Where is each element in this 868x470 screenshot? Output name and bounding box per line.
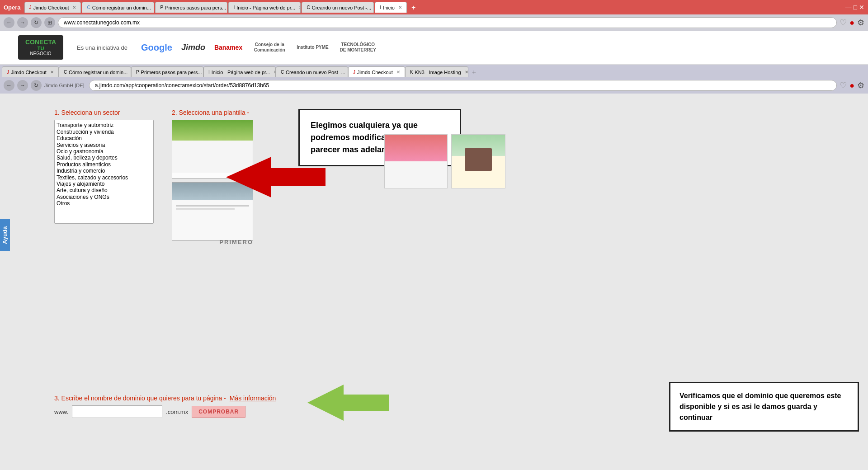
sector-item[interactable]: Educación [57, 135, 151, 141]
tab-bar-1: J Jimdo Checkout ✕ C Cómo registrar un d… [24, 2, 844, 13]
sector-item[interactable]: Textiles, calzado y accesorios [57, 174, 151, 181]
sector-item[interactable]: Industria y comercio [57, 168, 151, 174]
svg-marker-0 [226, 157, 326, 197]
tab-label: Creando un nuevo Post -... [312, 5, 371, 10]
refresh-button[interactable]: ↻ [31, 17, 42, 28]
comprobar-button[interactable]: COMPROBAR [192, 406, 245, 418]
new-tab-button[interactable]: + [408, 3, 419, 13]
institutopyme-logo: Instituto PYME [297, 45, 329, 50]
tab-favicon: J [353, 70, 355, 75]
annotation-box-2: Verificamos que el dominio que queremos … [669, 382, 859, 432]
tab-inicio-pagina[interactable]: I Inicio - Página web de pr... ✕ [228, 2, 301, 13]
svg-marker-1 [307, 385, 389, 421]
domain-suffix-label: .com.mx [166, 409, 188, 415]
settings-icon[interactable]: ⚙ [857, 18, 864, 28]
address-bar-2: ← → ↻ Jimdo GmbH [DE] ♡ ● ⚙ [0, 77, 868, 94]
sector-item[interactable]: Otros [57, 200, 151, 207]
tab-creando-post[interactable]: C Creando un nuevo Post -... ✕ [302, 2, 374, 13]
tab-label: Primeros pasos para pers... [165, 5, 226, 10]
jimdo-logo: Jimdo [181, 43, 205, 52]
sector-item[interactable]: Arte, cultura y diseño [57, 187, 151, 193]
tab-jimdo-checkout-1[interactable]: J Jimdo Checkout ✕ [24, 2, 81, 13]
tab-close[interactable]: ✕ [398, 5, 402, 10]
browser2: J Jimdo Checkout ✕ C Cómo registrar un d… [0, 65, 868, 436]
ayuda-label: Ayuda [2, 226, 9, 244]
tab-close[interactable]: ✕ [72, 5, 76, 10]
bookmark-icon-2[interactable]: ♡ [840, 80, 847, 90]
bookmark-icon[interactable]: ♡ [840, 18, 847, 28]
tab-close[interactable]: ✕ [299, 5, 301, 10]
tab-label: Cómo registrar un domin... [92, 5, 151, 10]
tab-inicio-active[interactable]: I Inicio ✕ [375, 2, 406, 13]
green-arrow [307, 385, 389, 423]
tab-label: Inicio [383, 5, 395, 10]
tab-label: KN3 - Image Hosting [415, 70, 461, 75]
close-btn[interactable]: ✕ [859, 4, 864, 11]
conecta-brand-text: CONECTA [25, 39, 56, 46]
minimize-btn[interactable]: — [845, 4, 852, 11]
sector-list[interactable]: Transporte y automotriz Construcción y v… [54, 120, 154, 224]
tab-label: Jimdo Checkout [11, 70, 47, 75]
tab-favicon: J [7, 70, 9, 75]
tec-monterrey-logo: TECNOLÓGICO DE MONTERREY [338, 42, 378, 53]
tab-close[interactable]: ✕ [465, 70, 468, 75]
home-button[interactable]: ⊞ [44, 17, 55, 28]
tab-favicon: I [233, 5, 235, 10]
opera-logo: Opera [4, 4, 21, 11]
conecta-logo: CONECTA TU NEGOCIO [18, 35, 63, 60]
address-input-2[interactable] [89, 80, 837, 91]
forward-button[interactable]: → [17, 17, 28, 28]
sector-item[interactable]: Productos alimenticios [57, 161, 151, 168]
ayuda-tab[interactable]: Ayuda [0, 219, 10, 251]
page-content: 1. Selecciona un sector Transporte y aut… [0, 94, 868, 436]
tab-close[interactable]: ✕ [50, 70, 54, 75]
sector-item[interactable]: Ocio y gastronomía [57, 148, 151, 155]
tab2-jimdo[interactable]: J Jimdo Checkout ✕ [2, 66, 59, 77]
address-input-1[interactable] [58, 17, 837, 28]
tab-primeros-pasos[interactable]: P Primeros pasos para pers... ✕ [155, 2, 227, 13]
sector-item[interactable]: Asociaciones y ONGs [57, 194, 151, 200]
tab-close[interactable]: ✕ [396, 70, 400, 75]
tab-label: Inicio - Página web de pr... [236, 5, 295, 10]
tab2-checkout-active[interactable]: J Jimdo Checkout ✕ [348, 66, 405, 77]
red-arrow [226, 157, 326, 199]
back-button[interactable]: ← [4, 17, 14, 28]
tab-label: Cómo registrar un domin... [69, 70, 127, 75]
forward-btn-2[interactable]: → [17, 80, 28, 91]
tab-favicon: P [136, 70, 139, 75]
tab2-como[interactable]: C Cómo registrar un domin... ✕ [59, 66, 131, 77]
domain-name-input[interactable] [72, 405, 162, 418]
sector-item[interactable]: Servicios y asesoría [57, 142, 151, 148]
tab-label: Jimdo Checkout [357, 70, 393, 75]
conecta-tu-text: TU [38, 46, 44, 51]
annotation-text-2: Verificamos que el dominio que queremos … [679, 392, 841, 421]
back-btn-2[interactable]: ← [4, 80, 14, 91]
tab-label: Inicio - Página web de pr... [212, 70, 270, 75]
new-tab-btn-2[interactable]: + [468, 67, 480, 77]
tab-como-registrar[interactable]: C Cómo registrar un domin... ✕ [82, 2, 154, 13]
address-bar-1: ← → ↻ ⊞ ♡ ● ⚙ [0, 14, 868, 31]
sector-item[interactable]: Construcción y vivienda [57, 129, 151, 135]
step2-label: 2. Selecciona una plantilla - [172, 109, 253, 116]
maximize-btn[interactable]: □ [854, 4, 857, 11]
tab2-creando[interactable]: C Creando un nuevo Post -... ✕ [276, 66, 348, 77]
template-extra-1[interactable] [384, 134, 448, 188]
primero-label: PRIMERO [219, 239, 253, 245]
google-logo: Google [141, 42, 172, 53]
tab2-primeros[interactable]: P Primeros pasos para pers... ✕ [131, 66, 203, 77]
refresh-btn-2[interactable]: ↻ [31, 80, 42, 91]
template-content [172, 203, 253, 213]
sector-item[interactable]: Viajes y alojamiento [57, 181, 151, 187]
tab2-kn3[interactable]: K KN3 - Image Hosting ✕ [405, 66, 468, 77]
mas-informacion-link[interactable]: Más información [230, 395, 276, 402]
template-extra-2[interactable] [451, 134, 505, 188]
domain-prefix-label: www. [54, 409, 68, 415]
settings-icon-2[interactable]: ⚙ [857, 80, 864, 90]
tab2-inicio-pag[interactable]: I Inicio - Página web de pr... ✕ [203, 66, 276, 77]
window-controls: — □ ✕ [845, 4, 864, 11]
sector-item[interactable]: Salud, belleza y deportes [57, 155, 151, 161]
banamex-logo: Banamex [214, 44, 242, 51]
tab-label: Creando un nuevo Post -... [286, 70, 345, 75]
sector-item[interactable]: Transporte y automotriz [57, 122, 151, 128]
consejo-logo: Consejo de la Comunicación [251, 42, 288, 53]
